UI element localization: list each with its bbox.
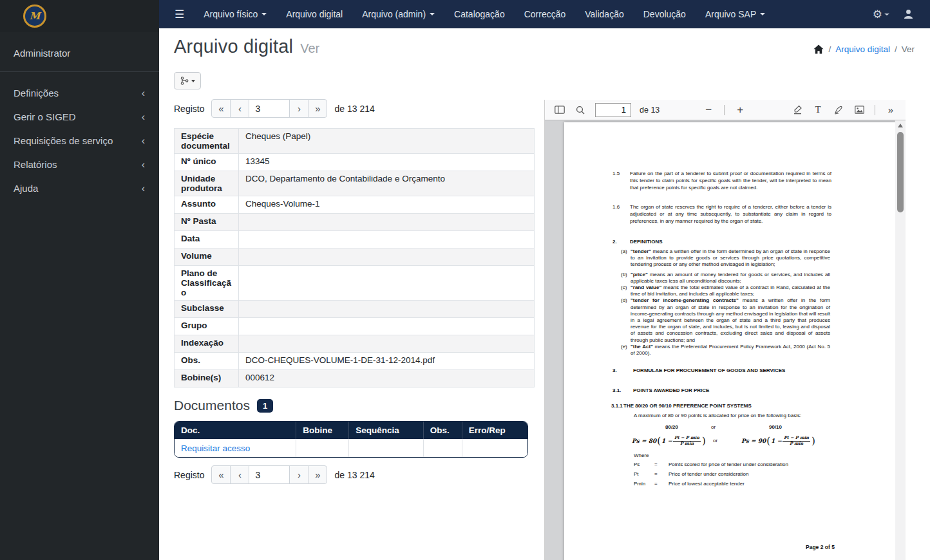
pager-first-button[interactable]: « — [211, 465, 231, 484]
nav-arquivo-fisico[interactable]: Arquivo físico — [194, 0, 276, 28]
pager-total: de 13 214 — [334, 470, 374, 480]
pager-record-input[interactable] — [249, 465, 290, 484]
pdf-scrollbar[interactable] — [895, 120, 906, 560]
pdf-section-points-price: 3.1. POINTS AWARDED FOR PRICE — [612, 387, 709, 394]
table-row: Obs.DCO-CHEQUES-VOLUME-1-DE-31-12-2014.p… — [175, 353, 535, 370]
draw-pen-tool-icon[interactable] — [830, 102, 847, 118]
documents-title: Documentos — [174, 398, 250, 413]
navbar-right-actions: ⚙ — [873, 8, 930, 21]
table-row: Volume — [175, 248, 535, 266]
pdf-intro-line: A maximum of 80 or 90 points is allocate… — [634, 412, 801, 419]
pdf-definition-e: (e) "the Act" means the Preferential Pro… — [621, 344, 830, 357]
table-row: AssuntoCheques-Volume-1 — [175, 196, 535, 214]
scroll-up-arrow-icon[interactable] — [898, 124, 903, 127]
nav-arquivo-admin[interactable]: Arquivo (admin) — [352, 0, 444, 28]
tree-branch-icon — [180, 77, 189, 85]
nav-arquivo-sap[interactable]: Arquivo SAP — [696, 0, 775, 28]
table-row: Indexação — [175, 335, 535, 353]
chevron-left-icon: ‹ — [142, 160, 145, 170]
pdf-page-footer: Page 2 of 5 — [806, 544, 835, 551]
pager-next-button[interactable]: › — [289, 465, 308, 484]
nav-correccao[interactable]: Correcção — [515, 0, 576, 28]
table-row: Subclasse — [175, 301, 535, 318]
record-pager-bottom: Registo « ‹ › » de 13 214 — [174, 465, 375, 484]
pager-label: Registo — [174, 470, 204, 480]
pager-next-button[interactable]: › — [289, 99, 308, 118]
pdf-definitions-list: (a) "tender" means a written offer in th… — [621, 248, 830, 357]
caret-down-icon — [191, 80, 195, 82]
pdf-section-preference-systems: 3.1.1 THE 80/20 OR 90/10 PREFERENCE POIN… — [611, 402, 752, 409]
more-tools-icon[interactable]: » — [882, 102, 899, 118]
nav-arquivo-digital[interactable]: Arquivo digital — [276, 0, 352, 28]
documents-count-badge: 1 — [257, 399, 273, 413]
document-row: Requisitar acesso — [175, 439, 527, 457]
table-row: Plano de Classificação — [175, 266, 535, 301]
sidebar-item-relatorios[interactable]: Relatórios ‹ — [0, 153, 159, 176]
top-navbar: ☰ Arquivo físico Arquivo digital Arquivo… — [159, 0, 930, 28]
pdf-where-label: Where — [634, 452, 649, 459]
pager-label: Registo — [174, 104, 204, 114]
sidebar-menu: Definições ‹ Gerir o SIGED ‹ Requisições… — [0, 81, 159, 200]
documents-header-row: Doc. Bobine Sequência Obs. Erro/Rep — [175, 422, 527, 439]
nav-devolucao[interactable]: Devolução — [634, 0, 696, 28]
page-header: Arquivo digital Ver / Arquivo digital / … — [174, 36, 915, 57]
sidebar-item-gerir-siged[interactable]: Gerir o SIGED ‹ — [0, 105, 159, 129]
pager-prev-button[interactable]: ‹ — [230, 99, 249, 118]
documents-table: Doc. Bobine Sequência Obs. Erro/Rep Requ… — [175, 422, 527, 457]
scrollbar-thumb[interactable] — [897, 132, 904, 212]
brand-area[interactable]: M — [0, 0, 159, 32]
pager-record-input[interactable] — [249, 99, 290, 118]
pdf-toolbar: de 13 − + T » — [545, 100, 906, 120]
pdf-page: 1.5 Failure on the part of a tenderer to… — [564, 122, 896, 560]
pdf-where-definitions: Ps=Points scored for price of tender und… — [634, 462, 788, 488]
table-row: Bobine(s)000612 — [175, 370, 535, 387]
pdf-definition-c: (c) "rand value" means the total estimat… — [621, 285, 830, 297]
zoom-out-icon[interactable]: − — [700, 102, 717, 118]
request-access-link[interactable]: Requisitar acesso — [181, 443, 250, 453]
hamburger-menu-icon[interactable]: ☰ — [159, 8, 194, 21]
chevron-left-icon: ‹ — [142, 112, 145, 122]
home-icon[interactable] — [813, 44, 824, 54]
sidebar-user-label: Administrator — [0, 32, 159, 72]
pdf-search-icon[interactable] — [572, 102, 589, 118]
chevron-left-icon: ‹ — [142, 136, 145, 146]
documents-header: Documentos 1 — [174, 398, 273, 413]
pdf-clause-1-5: 1.5 Failure on the part of a tenderer to… — [612, 170, 831, 191]
pdf-viewer-canvas[interactable]: 1.5 Failure on the part of a tenderer to… — [545, 120, 906, 560]
breadcrumb: / Arquivo digital / Ver — [813, 39, 915, 54]
pdf-page-input[interactable] — [595, 103, 631, 117]
bank-logo-icon: M — [23, 5, 46, 28]
table-row: Espécie documentalCheques (Papel) — [175, 129, 535, 154]
sidebar-item-definicoes[interactable]: Definições ‹ — [0, 81, 159, 105]
pager-last-button[interactable]: » — [308, 465, 327, 484]
table-row: Nº único13345 — [175, 154, 535, 171]
pdf-sidebar-toggle-icon[interactable] — [551, 102, 568, 118]
pager-prev-button[interactable]: ‹ — [230, 465, 249, 484]
documents-table-container: Doc. Bobine Sequência Obs. Erro/Rep Requ… — [174, 421, 528, 458]
table-row: Unidade produtoraDCO, Departamento de Co… — [175, 171, 535, 196]
page-title: Arquivo digital — [174, 36, 293, 57]
nav-catalogacao[interactable]: Catalogação — [444, 0, 515, 28]
chevron-left-icon: ‹ — [142, 88, 145, 98]
sidebar-item-requisicoes[interactable]: Requisições de serviço ‹ — [0, 129, 159, 153]
record-details-table: Espécie documentalCheques (Papel) Nº úni… — [174, 128, 535, 387]
pdf-definition-d: (d) "tender for income-generating contra… — [621, 297, 830, 343]
pager-last-button[interactable]: » — [308, 99, 327, 118]
nav-validacao[interactable]: Validação — [575, 0, 633, 28]
table-row: Nº Pasta — [175, 214, 535, 231]
settings-gear-icon[interactable]: ⚙ — [873, 8, 889, 21]
breadcrumb-link-arquivo-digital[interactable]: Arquivo digital — [835, 44, 890, 54]
zoom-in-icon[interactable]: + — [732, 102, 748, 118]
sidebar-item-ajuda[interactable]: Ajuda ‹ — [0, 176, 159, 200]
caret-down-icon — [430, 13, 435, 15]
hierarchy-tree-button[interactable] — [174, 72, 201, 89]
highlight-tool-icon[interactable] — [789, 102, 806, 118]
free-text-tool-icon[interactable]: T — [810, 102, 826, 118]
pdf-page-total: de 13 — [640, 106, 660, 115]
table-row: Data — [175, 231, 535, 248]
add-image-tool-icon[interactable] — [851, 102, 868, 118]
pdf-definition-a: (a) "tender" means a written offer in th… — [621, 248, 830, 268]
pager-first-button[interactable]: « — [211, 99, 231, 118]
chevron-left-icon: ‹ — [142, 183, 145, 194]
user-profile-icon[interactable] — [904, 9, 913, 19]
